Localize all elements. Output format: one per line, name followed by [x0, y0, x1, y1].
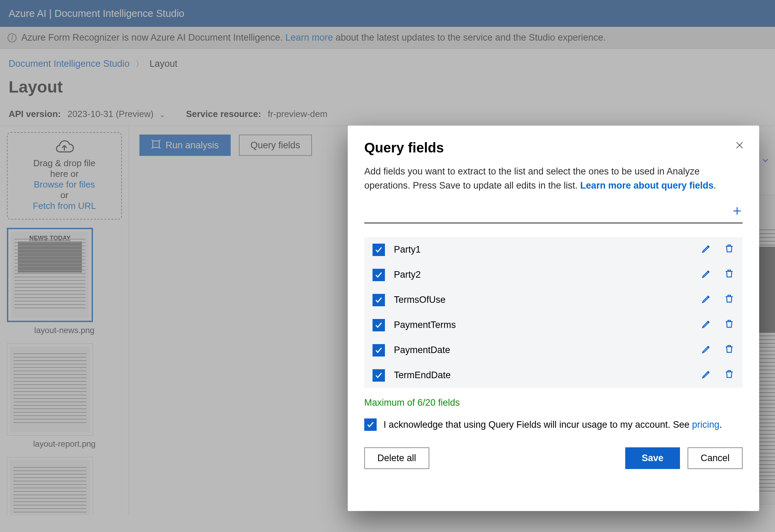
- field-checkbox[interactable]: [373, 269, 385, 281]
- field-checkbox[interactable]: [373, 244, 385, 256]
- cancel-button[interactable]: Cancel: [688, 447, 743, 469]
- edit-icon[interactable]: [701, 319, 712, 331]
- field-checkbox[interactable]: [373, 294, 385, 306]
- field-name-label: PaymentTerms: [394, 320, 689, 330]
- acknowledge-row: I acknowledge that using Query Fields wi…: [364, 418, 743, 431]
- add-field-row: [364, 204, 743, 223]
- field-checkbox[interactable]: [373, 369, 385, 382]
- field-checkbox[interactable]: [373, 319, 385, 331]
- edit-icon[interactable]: [701, 369, 712, 382]
- field-row: PaymentTerms: [364, 312, 743, 338]
- close-button[interactable]: [734, 140, 745, 152]
- query-fields-dialog: Query fields Add fields you want to extr…: [348, 126, 759, 511]
- field-name-label: PaymentDate: [394, 345, 689, 355]
- dialog-title: Query fields: [364, 140, 743, 156]
- period: .: [713, 180, 716, 191]
- delete-icon[interactable]: [724, 243, 734, 256]
- delete-all-button[interactable]: Delete all: [364, 447, 429, 469]
- dialog-description: Add fields you want to extract to the li…: [364, 164, 743, 192]
- pricing-link[interactable]: pricing: [692, 419, 720, 430]
- delete-icon[interactable]: [724, 344, 734, 357]
- period: .: [720, 419, 722, 430]
- field-row: TermsOfUse: [364, 287, 743, 312]
- field-name-label: Party2: [394, 269, 689, 280]
- field-row: Party1: [364, 237, 743, 262]
- field-checkbox[interactable]: [373, 344, 385, 357]
- acknowledge-text: I acknowledge that using Query Fields wi…: [384, 419, 692, 430]
- field-row: PaymentDate: [364, 338, 743, 363]
- field-name-label: TermsOfUse: [394, 295, 689, 305]
- edit-icon[interactable]: [701, 243, 712, 256]
- dialog-actions: Delete all Save Cancel: [364, 447, 743, 469]
- save-button[interactable]: Save: [625, 447, 680, 469]
- delete-icon[interactable]: [724, 294, 734, 306]
- field-row: Party2: [364, 262, 743, 287]
- edit-icon[interactable]: [701, 294, 712, 306]
- field-name-label: Party1: [394, 244, 689, 255]
- edit-icon[interactable]: [701, 268, 712, 281]
- field-limit-text: Maximum of 6/20 fields: [364, 397, 743, 408]
- field-row: TermEndDate: [364, 363, 743, 388]
- field-name-label: TermEndDate: [394, 370, 689, 381]
- acknowledge-checkbox[interactable]: [364, 418, 377, 431]
- learn-more-link[interactable]: Learn more about query fields: [580, 180, 713, 191]
- field-list: Party1 Party2 TermsOfUse PaymentTer: [364, 237, 743, 388]
- new-field-input[interactable]: [364, 204, 732, 219]
- add-field-button[interactable]: [732, 205, 743, 218]
- edit-icon[interactable]: [701, 344, 712, 357]
- delete-icon[interactable]: [724, 268, 734, 281]
- delete-icon[interactable]: [724, 319, 734, 331]
- delete-icon[interactable]: [724, 369, 734, 382]
